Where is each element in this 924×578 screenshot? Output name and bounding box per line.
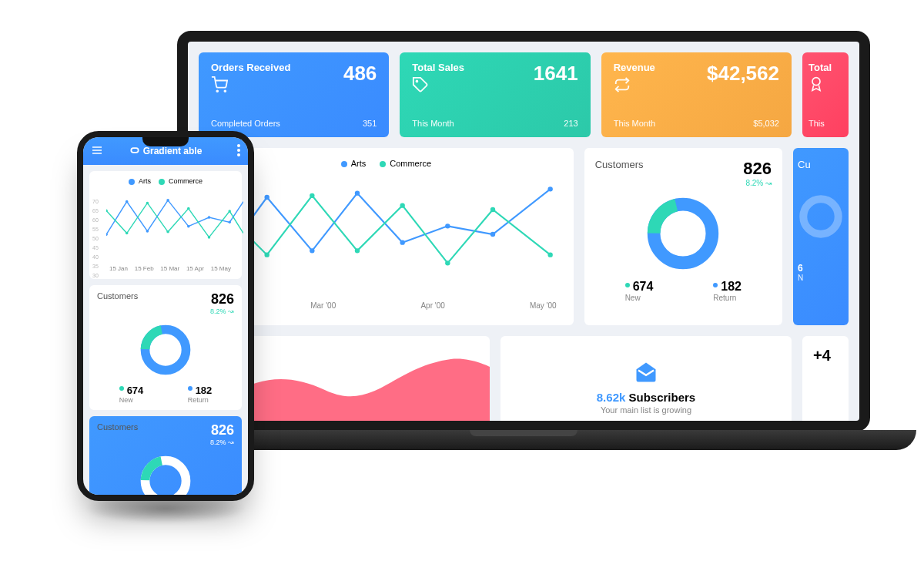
logo-icon <box>129 145 140 158</box>
line-chart-x-axis: '00 Mar '00 Apr '00 May '00 <box>209 301 563 310</box>
legend-arts: Arts <box>341 159 367 168</box>
svg-point-17 <box>445 260 450 265</box>
svg-point-18 <box>490 207 495 212</box>
sales-value: 1641 <box>534 62 578 86</box>
svg-point-27 <box>237 144 240 147</box>
customers-card-blue[interactable]: Cu 6 N <box>793 148 849 325</box>
growth-card[interactable]: +4 <box>802 336 849 421</box>
phone-new-label: New <box>119 396 144 404</box>
x-tick: 15 Feb <box>135 265 154 272</box>
mail-open-icon <box>634 361 658 386</box>
orders-title: Orders Received <box>211 62 290 73</box>
dashboard: Orders Received 486 Completed Orders 351 <box>188 42 859 421</box>
svg-point-22 <box>803 199 838 234</box>
sales-sub-value: 213 <box>564 119 578 128</box>
customers-new-value: 674 <box>633 280 654 293</box>
svg-point-33 <box>166 199 169 202</box>
line-chart-card[interactable]: Arts Commerce '00 Mar '00 Apr '00 May '0… <box>199 148 574 325</box>
tag-icon <box>412 76 464 96</box>
profit-card[interactable]: Total This <box>802 52 849 137</box>
x-tick: 15 Jan <box>109 265 128 272</box>
phone-customers-blue-pct: 8.2% ↝ <box>210 439 234 446</box>
phone-line-chart-svg <box>106 190 243 259</box>
svg-point-3 <box>812 78 820 86</box>
svg-point-11 <box>547 187 552 191</box>
legend-commerce: Commerce <box>380 159 431 168</box>
customers-donut <box>595 195 772 272</box>
phone-customers-title: Customers <box>97 291 138 301</box>
more-icon[interactable] <box>237 144 240 159</box>
phone-line-chart-card[interactable]: Arts Commerce 706560555045403530 15 Jan … <box>89 171 242 279</box>
svg-point-10 <box>490 232 495 237</box>
svg-point-29 <box>237 153 240 156</box>
svg-point-0 <box>216 90 218 92</box>
phone-y-ticks: 706560555045403530 <box>92 197 99 281</box>
phone-return-value: 182 <box>196 385 213 396</box>
x-tick: Apr '00 <box>420 301 444 310</box>
svg-point-35 <box>208 216 211 219</box>
phone-return-label: Return <box>188 396 213 404</box>
legend-arts: Arts <box>129 177 151 185</box>
subscribers-value: 8.62k <box>597 391 626 404</box>
sales-title: Total Sales <box>412 62 464 73</box>
phone-legend: Arts Commerce <box>97 177 234 185</box>
customers-return-label: Return <box>713 294 742 302</box>
svg-point-7 <box>355 190 360 195</box>
customers-value: 826 <box>743 159 772 179</box>
phone-customers-card[interactable]: Customers 826 8.2% ↝ 674New 182Return <box>89 285 242 410</box>
customers-blue-new: 6 <box>798 263 803 274</box>
svg-point-39 <box>146 202 149 205</box>
phone-customers-card-blue[interactable]: Customers 826 8.2% ↝ <box>89 416 242 495</box>
customers-return-value: 182 <box>721 280 742 293</box>
svg-point-36 <box>228 221 231 224</box>
cart-icon <box>211 76 290 96</box>
subscribers-card[interactable]: 8.62k Subscribers Your main list is grow… <box>500 336 792 421</box>
x-tick: May '00 <box>530 301 557 310</box>
subscribers-title: 8.62k Subscribers <box>597 391 695 404</box>
stat-cards-row: Orders Received 486 Completed Orders 351 <box>199 52 849 137</box>
svg-point-43 <box>228 210 231 213</box>
svg-point-28 <box>237 149 240 152</box>
customers-pct: 8.2% ↝ <box>743 179 772 187</box>
svg-point-8 <box>400 240 404 244</box>
customers-title: Customers <box>595 159 644 170</box>
subscribers-word: Subscribers <box>629 391 696 404</box>
svg-point-13 <box>264 252 269 257</box>
refresh-icon <box>614 76 655 96</box>
orders-received-card[interactable]: Orders Received 486 Completed Orders 351 <box>199 52 389 137</box>
phone-customers-pct: 8.2% ↝ <box>210 307 234 315</box>
charts-row: Arts Commerce '00 Mar '00 Apr '00 May '0… <box>199 148 849 325</box>
bottom-row: 8.62k Subscribers Your main list is grow… <box>199 336 849 421</box>
svg-point-41 <box>187 207 190 210</box>
total-sales-card[interactable]: Total Sales 1641 This Month 213 <box>400 52 590 137</box>
x-tick: 15 Apr <box>186 265 204 272</box>
menu-icon[interactable] <box>91 144 103 159</box>
sales-sub-label: This Month <box>412 119 454 128</box>
svg-point-2 <box>417 81 418 82</box>
svg-point-9 <box>445 223 450 228</box>
revenue-sub-label: This Month <box>614 119 655 128</box>
phone-screen: Gradient able Arts Commerce 706560555045… <box>83 137 248 495</box>
award-icon <box>808 76 832 94</box>
svg-point-1 <box>224 90 226 92</box>
svg-point-31 <box>126 200 129 203</box>
svg-point-40 <box>166 230 169 234</box>
orders-value: 486 <box>343 62 377 86</box>
customers-card[interactable]: Customers 826 8.2% ↝ 674New <box>584 148 782 325</box>
line-chart-svg <box>209 173 563 296</box>
svg-point-32 <box>146 230 149 233</box>
svg-point-5 <box>264 195 269 200</box>
revenue-card[interactable]: Revenue $42,562 This Month $5,032 <box>601 52 792 137</box>
svg-rect-26 <box>131 148 138 153</box>
growth-value: +4 <box>813 347 838 365</box>
profit-title: Total <box>808 62 832 73</box>
svg-point-34 <box>187 225 190 228</box>
x-tick: 15 Mar <box>160 265 179 272</box>
phone-x-axis: 15 Jan 15 Feb 15 Mar 15 Apr 15 May <box>97 265 234 272</box>
svg-point-16 <box>400 203 404 207</box>
orders-sub-label: Completed Orders <box>211 119 280 128</box>
svg-point-38 <box>126 232 129 235</box>
phone-notch <box>142 137 189 146</box>
app-title: Gradient able <box>143 146 203 156</box>
phone-customers-blue-value: 826 <box>210 422 234 439</box>
